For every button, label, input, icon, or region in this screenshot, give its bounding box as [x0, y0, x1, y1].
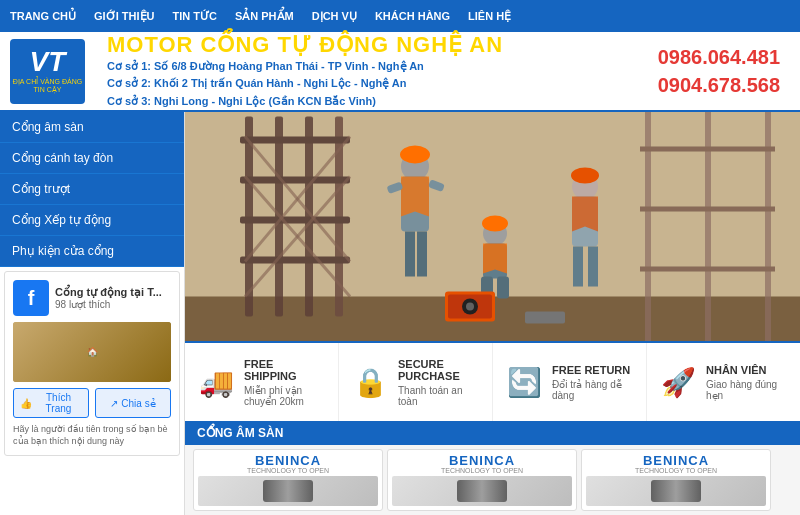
svg-rect-33: [497, 277, 509, 299]
header-center: MOTOR CỔNG TỰ ĐỘNG NGHỆ AN Cơ sở 1: Số 6…: [97, 32, 658, 111]
fb-image-caption: 🏠: [87, 347, 98, 357]
sidebar-item-cong-am-san[interactable]: Cổng âm sàn: [0, 112, 184, 143]
sidebar-item-cong-xep[interactable]: Cổng Xếp tự động: [0, 205, 184, 236]
hero-image: [185, 112, 800, 341]
top-navigation: TRANG CHỦGIỚI THIỆUTIN TỨCSẢN PHẨMDỊCH V…: [0, 0, 800, 32]
feature-shipping-desc: Miễn phí vận chuyển 20km: [244, 385, 324, 407]
product-img-1: [198, 476, 378, 506]
beninca-brand-1: BENINCA: [255, 454, 321, 467]
feature-shipping-title: FREE SHIPPING: [244, 358, 324, 382]
sidebar-item-phu-kien[interactable]: Phụ kiện cửa cổng: [0, 236, 184, 267]
feature-shipping-text: FREE SHIPPING Miễn phí vận chuyển 20km: [244, 358, 324, 407]
svg-rect-22: [405, 232, 415, 277]
feature-free-shipping: 🚚 FREE SHIPPING Miễn phí vận chuyển 20km: [185, 343, 339, 421]
rocket-icon: 🚀: [661, 366, 696, 399]
share-icon: ↗: [110, 398, 118, 409]
fb-page-name: Cổng tự động tại T...: [55, 286, 162, 299]
svg-rect-17: [640, 147, 775, 152]
nav-item-dịch-vụ[interactable]: DỊCH VỤ: [312, 10, 357, 23]
feature-secure-purchase: 🔒 SECURE PURCHASE Thanh toán an toàn: [339, 343, 493, 421]
thumbs-up-icon: 👍: [20, 398, 32, 409]
svg-marker-30: [483, 244, 507, 274]
svg-rect-6: [240, 137, 350, 144]
beninca-sub-2: TECHNOLOGY TO OPEN: [441, 467, 523, 474]
feature-secure-text: SECURE PURCHASE Thanh toán an toàn: [398, 358, 478, 407]
product-card-3[interactable]: BENINCA TECHNOLOGY TO OPEN: [581, 449, 771, 511]
svg-rect-7: [240, 177, 350, 184]
fb-likes-count: 98 lượt thích: [55, 299, 162, 310]
product-card-2[interactable]: BENINCA TECHNOLOGY TO OPEN: [387, 449, 577, 511]
feature-nhanvien-text: NHÂN VIÊN Giao hàng đúng hẹn: [706, 364, 786, 401]
svg-rect-16: [765, 112, 771, 341]
content-right: 🚚 FREE SHIPPING Miễn phí vận chuyển 20km…: [185, 112, 800, 515]
svg-marker-36: [572, 197, 598, 232]
phone-numbers: 0986.064.481 0904.678.568: [658, 43, 790, 99]
feature-secure-title: SECURE PURCHASE: [398, 358, 478, 382]
address3: Cơ sở 3: Nghi Long - Nghi Lộc (Gần KCN B…: [107, 93, 658, 111]
return-icon: 🔄: [507, 366, 542, 399]
beninca-sub-1: TECHNOLOGY TO OPEN: [247, 467, 329, 474]
feature-nhanvien-desc: Giao hàng đúng hẹn: [706, 379, 786, 401]
svg-point-37: [571, 168, 599, 184]
svg-rect-8: [240, 217, 350, 224]
svg-rect-23: [417, 232, 427, 277]
svg-rect-39: [588, 247, 598, 287]
feature-return-text: FREE RETURN Đổi trả hàng dễ dàng: [552, 364, 632, 401]
svg-rect-15: [705, 112, 711, 341]
svg-rect-44: [525, 312, 565, 324]
nav-item-liên-hệ[interactable]: LIÊN HỆ: [468, 10, 511, 23]
beninca-sub-3: TECHNOLOGY TO OPEN: [635, 467, 717, 474]
logo: VT ĐỊA CHỈ VÀNG ĐÁNG TIN CẬY: [10, 39, 85, 104]
features-strip: 🚚 FREE SHIPPING Miễn phí vận chuyển 20km…: [185, 341, 800, 421]
fb-page-info: Cổng tự động tại T... 98 lượt thích: [55, 286, 162, 310]
product-card-1[interactable]: BENINCA TECHNOLOGY TO OPEN: [193, 449, 383, 511]
feature-free-return: 🔄 FREE RETURN Đổi trả hàng dễ dàng: [493, 343, 647, 421]
hero-section: [185, 112, 800, 341]
beninca-brand-3: BENINCA: [643, 454, 709, 467]
sidebar-item-cong-truot[interactable]: Cổng trượt: [0, 174, 184, 205]
product-img-3: [586, 476, 766, 506]
beninca-brand-2: BENINCA: [449, 454, 515, 467]
phone2: 0904.678.568: [658, 71, 780, 99]
feature-nhan-vien: 🚀 NHÂN VIÊN Giao hàng đúng hẹn: [647, 343, 800, 421]
svg-point-31: [482, 216, 508, 232]
main-layout: Cổng âm sàn Cổng cánh tay đòn Cổng trượt…: [0, 112, 800, 515]
bottom-category-bar: CỔNG ÂM SÀN: [185, 421, 800, 445]
fb-like-label: Thích Trang: [35, 392, 82, 414]
svg-rect-38: [573, 247, 583, 287]
feature-nhanvien-title: NHÂN VIÊN: [706, 364, 786, 376]
nav-item-trang-chủ[interactable]: TRANG CHỦ: [10, 10, 76, 23]
phone1: 0986.064.481: [658, 43, 780, 71]
nav-item-tin-tức[interactable]: TIN TỨC: [172, 10, 216, 23]
product-img-2: [392, 476, 572, 506]
sidebar-menu: Cổng âm sàn Cổng cánh tay đòn Cổng trượt…: [0, 112, 184, 267]
facebook-widget: f Cổng tự động tại T... 98 lượt thích 🏠 …: [4, 271, 180, 456]
logo-sub-text: ĐỊA CHỈ VÀNG ĐÁNG TIN CẬY: [10, 78, 85, 95]
logo-vt-text: VT: [30, 48, 66, 76]
address2: Cơ sở 2: Khối 2 Thị trấn Quán Hành - Ngh…: [107, 75, 658, 93]
feature-return-desc: Đổi trả hàng dễ dàng: [552, 379, 632, 401]
fb-like-button[interactable]: 👍 Thích Trang: [13, 388, 89, 418]
fb-share-button[interactable]: ↗ Chia sẻ: [95, 388, 171, 418]
product-strip: BENINCA TECHNOLOGY TO OPEN BENINCA TECHN…: [185, 445, 800, 515]
nav-item-khách-hàng[interactable]: KHÁCH HÀNG: [375, 10, 450, 22]
fb-header: f Cổng tự động tại T... 98 lượt thích: [13, 280, 171, 316]
bottom-category-label: CỔNG ÂM SÀN: [197, 426, 283, 440]
motor-shape-3: [651, 480, 701, 502]
motor-shape-2: [457, 480, 507, 502]
sidebar-item-cong-canh-tay-don[interactable]: Cổng cánh tay đòn: [0, 143, 184, 174]
fb-note: Hãy là người đầu tiên trong số bạn bè củ…: [13, 424, 171, 447]
construction-scene-svg: [185, 112, 800, 341]
svg-point-43: [466, 303, 474, 311]
svg-rect-18: [640, 207, 775, 212]
feature-return-title: FREE RETURN: [552, 364, 632, 376]
feature-secure-desc: Thanh toán an toàn: [398, 385, 478, 407]
nav-item-sản-phẩm[interactable]: SẢN PHẨM: [235, 10, 294, 23]
lock-icon: 🔒: [353, 366, 388, 399]
nav-item-giới-thiệu[interactable]: GIỚI THIỆU: [94, 10, 154, 23]
fb-share-label: Chia sẻ: [121, 398, 155, 409]
address1: Cơ sở 1: Số 6/8 Đường Hoàng Phan Thái - …: [107, 58, 658, 76]
sidebar: Cổng âm sàn Cổng cánh tay đòn Cổng trượt…: [0, 112, 185, 515]
fb-page-image: 🏠: [13, 322, 171, 382]
svg-rect-14: [645, 112, 651, 341]
